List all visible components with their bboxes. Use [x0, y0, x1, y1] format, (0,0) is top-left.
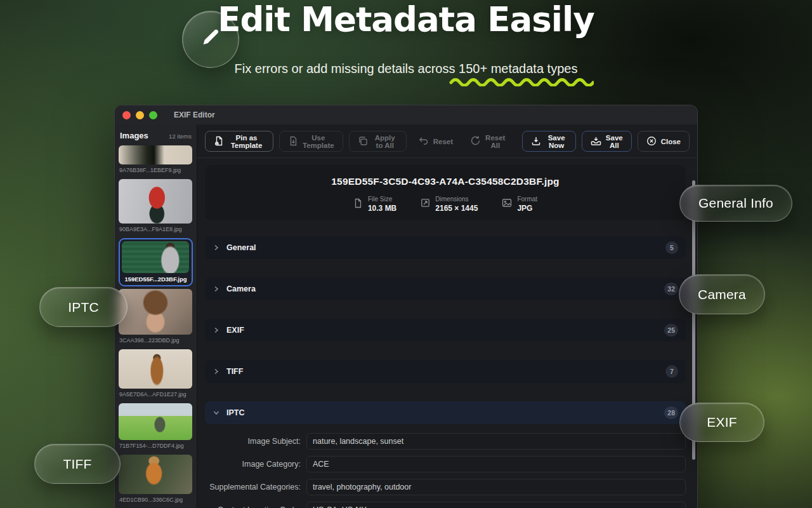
use-template-label: Use Template	[303, 134, 334, 149]
close-button[interactable]: Close	[638, 131, 690, 152]
pill-camera: Camera	[679, 274, 765, 314]
section-camera[interactable]: Camera 32	[205, 277, 686, 300]
reset-all-button[interactable]: Reset All	[464, 131, 511, 152]
content-location-code-input[interactable]	[306, 502, 686, 508]
format-stat: FormatJPG	[502, 196, 537, 213]
close-window-button[interactable]	[122, 111, 131, 119]
image-filename: 4ED1CB90...336C6C.jpg	[119, 494, 193, 508]
pill-iptc: IPTC	[39, 287, 128, 327]
field-label: Supplemental Categories:	[205, 483, 306, 491]
zoom-window-button[interactable]	[149, 111, 157, 119]
image-filename: 9A5E7D6A...AFD1E27.jpg	[119, 389, 193, 403]
save-now-button[interactable]: Save Now	[522, 131, 575, 152]
image-filename: 159ED55F...2D3BF.jpg	[122, 273, 190, 284]
chevron-right-icon	[213, 244, 220, 251]
file-size-stat: File Size10.3 MB	[353, 196, 396, 213]
use-template-button[interactable]: Use Template	[279, 131, 343, 152]
stat-value: 10.3 MB	[368, 204, 396, 213]
window-titlebar: EXIF Editor	[115, 105, 697, 124]
image-filename: 9A76B38F...1EBEF9.jpg	[119, 164, 193, 179]
sidebar-title: Images	[120, 131, 148, 140]
chevron-right-icon	[213, 326, 220, 334]
section-label: TIFF	[226, 367, 243, 376]
section-iptc[interactable]: IPTC 28	[205, 401, 686, 424]
file-info-card: 159ED55F-3C5D-4C93-A74A-C35458C2D3BF.jpg…	[205, 165, 686, 220]
stat-label: Dimensions	[435, 196, 478, 203]
dimensions-stat: Dimensions2165 × 1445	[421, 196, 478, 213]
pin-as-template-button[interactable]: Pin as Template	[205, 131, 273, 152]
image-thumbnail[interactable]	[119, 289, 192, 335]
stat-value: JPG	[517, 204, 537, 213]
image-thumbnail[interactable]	[119, 179, 192, 224]
image-thumbnail[interactable]	[122, 241, 189, 273]
pill-tiff: TIFF	[34, 444, 121, 484]
hero-subtitle: Fix errors or add missing details across…	[0, 62, 812, 76]
reset-all-icon	[470, 135, 481, 147]
save-all-button[interactable]: Save All	[582, 131, 632, 152]
stat-value: 2165 × 1445	[435, 204, 478, 213]
image-filename: 71B7F154-...D7DDF4.jpg	[119, 440, 193, 455]
reset-all-label: Reset All	[485, 134, 505, 149]
stat-label: File Size	[368, 196, 396, 203]
image-thumbnail[interactable]	[119, 403, 192, 440]
exif-editor-window: EXIF Editor Images 12 items 9A76B38F...1…	[114, 105, 698, 508]
section-label: General	[226, 243, 256, 252]
chevron-down-icon	[213, 409, 220, 417]
document-icon	[353, 198, 363, 211]
image-list-item-selected[interactable]: 159ED55F...2D3BF.jpg	[119, 238, 193, 286]
section-count-badge: 32	[664, 283, 678, 295]
image-list-item[interactable]: 71B7F154-...D7DDF4.jpg	[119, 403, 193, 455]
section-tiff[interactable]: TIFF 7	[205, 360, 686, 383]
pin-template-icon	[214, 136, 224, 147]
section-count-badge: 25	[664, 324, 678, 337]
pill-exif: EXIF	[679, 403, 764, 442]
image-icon	[502, 198, 512, 210]
wavy-underline-decoration	[449, 75, 594, 89]
reset-label: Reset	[433, 138, 453, 145]
field-row: Image Category:	[205, 456, 686, 472]
save-now-label: Save Now	[546, 134, 566, 149]
save-all-tray-icon	[591, 136, 601, 147]
field-row: Content Location Code:	[205, 502, 686, 508]
apply-to-all-label: Apply to All	[372, 134, 398, 149]
pill-general-info: General Info	[679, 185, 792, 222]
sidebar-item-count: 12 items	[169, 133, 192, 140]
iptc-fields: Image Subject: Image Category: Supplemen…	[205, 433, 686, 508]
field-label: Image Category:	[205, 460, 306, 469]
image-thumbnail[interactable]	[119, 455, 192, 494]
supplemental-categories-input[interactable]	[306, 479, 686, 495]
image-filename: 3CAA398...223DBD.jpg	[119, 335, 193, 349]
image-sidebar: Images 12 items 9A76B38F...1EBEF9.jpg 90…	[115, 124, 197, 508]
reset-button[interactable]: Reset	[412, 131, 459, 152]
undo-icon	[418, 136, 429, 147]
section-label: IPTC	[226, 408, 244, 417]
image-thumbnail[interactable]	[119, 349, 192, 389]
image-filename: 90BA9E3A...F9A1E8.jpg	[119, 224, 193, 238]
image-thumbnail[interactable]	[119, 145, 192, 164]
field-row: Supplemental Categories:	[205, 479, 686, 495]
image-list-item[interactable]: 9A76B38F...1EBEF9.jpg	[119, 145, 193, 179]
chevron-right-icon	[213, 285, 220, 293]
section-exif[interactable]: EXIF 25	[205, 319, 686, 342]
section-general[interactable]: General 5	[205, 236, 686, 259]
use-template-icon	[288, 136, 298, 147]
save-download-icon	[531, 136, 541, 147]
image-list-item[interactable]: 90BA9E3A...F9A1E8.jpg	[119, 179, 193, 238]
image-list-item[interactable]: 3CAA398...223DBD.jpg	[119, 289, 193, 349]
section-count-badge: 7	[665, 365, 678, 378]
image-subject-input[interactable]	[306, 433, 686, 450]
image-list-item[interactable]: 9A5E7D6A...AFD1E27.jpg	[119, 349, 193, 403]
field-label: Image Subject:	[205, 437, 306, 446]
stat-label: Format	[517, 196, 537, 203]
pin-as-template-label: Pin as Template	[228, 134, 265, 149]
copy-icon	[358, 136, 368, 147]
hero-title: Edit Metadata Easily	[0, 0, 812, 39]
editor-content: Pin as Template Use Template Apply to Al…	[197, 124, 697, 508]
close-label: Close	[661, 138, 681, 145]
section-count-badge: 5	[665, 241, 678, 254]
apply-to-all-button[interactable]: Apply to All	[349, 131, 407, 152]
minimize-window-button[interactable]	[136, 111, 144, 119]
image-category-input[interactable]	[306, 456, 686, 472]
field-row: Image Subject:	[205, 433, 686, 450]
image-list-item[interactable]: 4ED1CB90...336C6C.jpg	[119, 455, 193, 508]
